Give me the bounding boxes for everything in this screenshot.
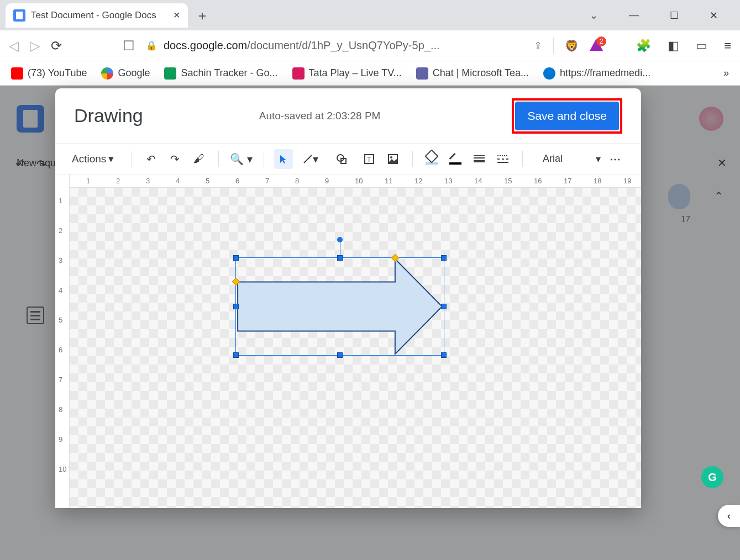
new-tab-button[interactable]: ＋ (196, 7, 209, 24)
ruler-tick: 2 (116, 177, 120, 185)
minimize-icon[interactable]: — (629, 9, 639, 21)
vertical-ruler: 12345678910 (55, 175, 70, 508)
resize-handle-ml[interactable] (233, 304, 239, 309)
paint-format-icon[interactable]: 🖌 (190, 149, 208, 169)
drawing-dialog: Drawing Auto-saved at 2:03:28 PM Save an… (55, 88, 641, 508)
more-options-icon[interactable]: ⋯ (606, 149, 624, 169)
ruler-tick: 14 (474, 177, 482, 185)
resize-handle-tr[interactable] (441, 255, 447, 261)
save-button-highlight: Save and close (512, 98, 622, 134)
sidepanel-icon[interactable]: ◧ (668, 39, 679, 53)
youtube-icon (11, 67, 23, 80)
bookmark-teams[interactable]: Chat | Microsoft Tea... (416, 67, 529, 80)
bookmark-icon[interactable]: ☐ (123, 38, 135, 54)
svg-point-6 (390, 156, 392, 159)
menu-icon[interactable]: ≡ (724, 39, 731, 53)
teams-icon (416, 67, 428, 80)
ruler-tick: 9 (325, 177, 329, 185)
resize-handle-mr[interactable] (441, 304, 447, 309)
ruler-tick: 12 (414, 177, 422, 185)
rotation-line (340, 241, 340, 256)
share-icon[interactable]: ⇪ (534, 40, 542, 52)
shape-tool-menu[interactable] (329, 149, 354, 169)
url-text: docs.google.com/document/d/1hP_y_UsnQ7Yo… (164, 39, 440, 52)
bookmarks-bar: (73) YouTube Google Sachin Tracker - Go.… (0, 61, 740, 86)
omnibox[interactable]: 🔒 docs.google.com/document/d/1hP_y_UsnQ7… (146, 39, 523, 52)
ruler-tick: 15 (504, 177, 512, 185)
docs-favicon (13, 9, 25, 22)
bookmark-google[interactable]: Google (101, 67, 150, 80)
ruler-tick: 7 (59, 376, 62, 384)
rotation-handle[interactable] (337, 237, 343, 242)
ruler-tick: 6 (235, 177, 239, 185)
bookmark-onedrive[interactable]: https://framedmedi... (543, 67, 650, 80)
arrow-shape[interactable] (236, 258, 444, 355)
border-dash-icon[interactable] (494, 149, 512, 169)
line-tool-menu[interactable]: ▾ (298, 149, 324, 169)
lock-icon: 🔒 (146, 40, 157, 51)
bookmarks-overflow-icon[interactable]: » (723, 67, 729, 79)
bookmark-sheets[interactable]: Sachin Tracker - Go... (164, 67, 277, 80)
close-tab-icon[interactable]: ✕ (173, 10, 180, 20)
actions-menu[interactable]: Actions▾ (72, 152, 122, 165)
ruler-tick: 3 (59, 256, 62, 265)
ruler-tick: 18 (594, 177, 601, 185)
forward-icon[interactable]: ▷ (30, 38, 40, 54)
zoom-menu[interactable]: 🔍 ▾ (228, 149, 254, 169)
ruler-tick: 3 (146, 177, 150, 185)
ruler-tick: 9 (59, 435, 62, 443)
browser-tab[interactable]: Test Document - Google Docs ✕ (6, 3, 188, 28)
ruler-tick: 7 (265, 177, 269, 185)
ruler-tick: 10 (59, 465, 66, 473)
tab-search-icon[interactable]: ⌄ (590, 9, 598, 22)
maximize-icon[interactable]: ☐ (670, 9, 679, 22)
tataplay-icon (292, 67, 305, 80)
autosave-status: Auto-saved at 2:03:28 PM (259, 110, 381, 122)
reload-icon[interactable]: ⟳ (51, 38, 62, 54)
ruler-tick: 19 (623, 177, 631, 185)
address-bar: ◁ ▷ ⟳ ☐ 🔒 docs.google.com/document/d/1hP… (0, 30, 740, 61)
google-icon (101, 67, 113, 80)
ruler-tick: 8 (59, 405, 62, 414)
ruler-tick: 16 (534, 177, 542, 185)
textbox-tool-icon[interactable]: T (360, 149, 378, 169)
ruler-tick: 5 (59, 316, 62, 324)
font-selector[interactable]: Arial▾ (533, 153, 601, 165)
grammarly-icon[interactable]: G (701, 466, 723, 488)
ruler-tick: 1 (86, 177, 90, 185)
browser-tab-strip: Test Document - Google Docs ✕ ＋ ⌄ — ☐ ✕ (0, 0, 740, 30)
fill-color-icon[interactable] (423, 149, 441, 169)
select-tool-icon[interactable] (274, 149, 292, 169)
resize-handle-bl[interactable] (233, 352, 239, 358)
chevron-down-icon: ▾ (596, 153, 601, 165)
extensions-icon[interactable]: 🧩 (636, 39, 651, 53)
ruler-tick: 5 (206, 177, 209, 185)
resize-handle-bm[interactable] (337, 352, 343, 358)
selection-bounds[interactable] (235, 257, 444, 356)
back-icon[interactable]: ◁ (9, 38, 19, 54)
side-panel-toggle-icon[interactable]: ‹ (718, 505, 740, 527)
drawing-canvas[interactable] (70, 188, 641, 508)
chevron-down-icon: ▾ (108, 152, 114, 165)
svg-line-0 (304, 155, 312, 163)
ruler-tick: 6 (59, 346, 62, 354)
undo-icon[interactable]: ↶ (142, 149, 160, 169)
border-color-icon[interactable] (447, 149, 465, 169)
close-window-icon[interactable]: ✕ (710, 9, 718, 22)
bookmark-tataplay[interactable]: Tata Play – Live TV... (292, 67, 402, 80)
brave-shield-icon[interactable]: 🦁 (565, 39, 579, 52)
save-and-close-button[interactable]: Save and close (515, 102, 619, 130)
image-tool-icon[interactable] (384, 149, 402, 169)
svg-text:T: T (367, 156, 371, 163)
wallet-icon[interactable]: ▭ (696, 39, 707, 53)
ruler-tick: 1 (59, 197, 62, 205)
ruler-tick: 4 (176, 177, 180, 185)
redo-icon[interactable]: ↷ (166, 149, 184, 169)
tab-title: Test Document - Google Docs (31, 10, 167, 21)
brave-rewards-icon[interactable]: 2 (590, 39, 603, 53)
resize-handle-br[interactable] (441, 352, 447, 358)
resize-handle-tm[interactable] (337, 255, 343, 261)
bookmark-youtube[interactable]: (73) YouTube (11, 67, 87, 80)
resize-handle-tl[interactable] (233, 255, 239, 261)
border-weight-icon[interactable] (470, 149, 489, 169)
